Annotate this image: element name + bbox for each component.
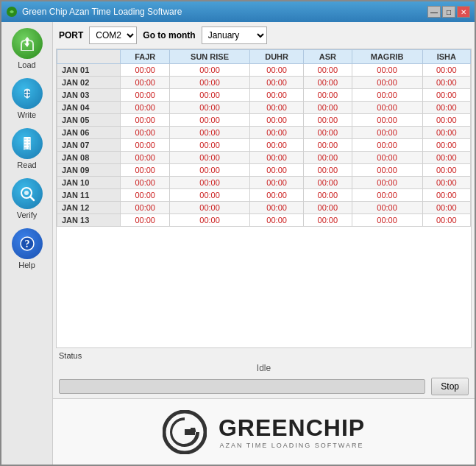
month-select[interactable]: January February March April May June Ju…	[202, 27, 267, 44]
port-select[interactable]: COM2 COM1 COM3 COM4	[89, 27, 137, 44]
table-row: JAN 07 00:00 00:00 00:00 00:00 00:00 00:…	[57, 139, 471, 152]
cell-duhr: 00:00	[250, 77, 304, 89]
goto-month-label: Go to month	[143, 30, 195, 40]
svg-line-4	[30, 197, 34, 200]
cell-asr: 00:00	[304, 89, 352, 102]
table-header-row: FAJR SUN RISE DUHR ASR MAGRIB ISHA	[57, 50, 471, 64]
cell-isha: 00:00	[422, 114, 470, 127]
help-label: Help	[18, 261, 35, 269]
cell-sunrise: 00:00	[169, 202, 249, 214]
cell-duhr: 00:00	[250, 214, 304, 227]
prayer-times-table-container[interactable]: FAJR SUN RISE DUHR ASR MAGRIB ISHA JAN 0…	[56, 49, 472, 348]
main-window: Green Chip Azan Time Loading Software — …	[0, 0, 476, 466]
verify-label: Verify	[17, 211, 38, 219]
cell-isha: 00:00	[422, 214, 470, 227]
cell-day: JAN 06	[57, 127, 121, 139]
minimize-button[interactable]: —	[427, 6, 441, 18]
cell-fajr: 00:00	[121, 89, 169, 102]
col-magrib: MAGRIB	[352, 50, 422, 64]
cell-fajr: 00:00	[121, 164, 169, 177]
cell-day: JAN 08	[57, 152, 121, 164]
table-row: JAN 05 00:00 00:00 00:00 00:00 00:00 00:…	[57, 114, 471, 127]
cell-day: JAN 04	[57, 102, 121, 114]
cell-magrib: 00:00	[352, 152, 422, 164]
cell-asr: 00:00	[304, 189, 352, 202]
cell-isha: 00:00	[422, 89, 470, 102]
sidebar-item-write[interactable]: Write	[4, 75, 50, 122]
load-icon	[12, 28, 43, 59]
table-row: JAN 02 00:00 00:00 00:00 00:00 00:00 00:…	[57, 77, 471, 89]
sidebar-item-read[interactable]: Read	[4, 125, 50, 172]
toolbar: PORT COM2 COM1 COM3 COM4 Go to month Jan…	[53, 22, 475, 49]
cell-isha: 00:00	[422, 177, 470, 189]
app-icon	[6, 6, 18, 18]
cell-magrib: 00:00	[352, 102, 422, 114]
cell-sunrise: 00:00	[169, 64, 249, 77]
footer-logo: GREENCHIP AZAN TIME LOADING SOFTWARE	[53, 398, 475, 465]
sidebar-item-verify[interactable]: Verify	[4, 175, 50, 222]
cell-magrib: 00:00	[352, 89, 422, 102]
cell-asr: 00:00	[304, 214, 352, 227]
read-label: Read	[17, 160, 36, 169]
cell-day: JAN 05	[57, 114, 121, 127]
status-label: Status	[59, 351, 469, 360]
cell-isha: 00:00	[422, 127, 470, 139]
sidebar: Load Write	[1, 22, 53, 465]
cell-sunrise: 00:00	[169, 89, 249, 102]
logo-subtitle-text: AZAN TIME LOADING SOFTWARE	[219, 442, 365, 449]
right-panel: PORT COM2 COM1 COM3 COM4 Go to month Jan…	[53, 22, 475, 465]
cell-duhr: 00:00	[250, 177, 304, 189]
sidebar-item-help[interactable]: ? Help	[4, 225, 50, 272]
svg-text:?: ?	[24, 239, 29, 250]
cell-magrib: 00:00	[352, 164, 422, 177]
write-icon	[12, 78, 43, 109]
progress-bar	[59, 379, 425, 394]
cell-isha: 00:00	[422, 152, 470, 164]
cell-sunrise: 00:00	[169, 164, 249, 177]
svg-rect-8	[185, 429, 195, 435]
cell-duhr: 00:00	[250, 139, 304, 152]
table-row: JAN 08 00:00 00:00 00:00 00:00 00:00 00:…	[57, 152, 471, 164]
cell-day: JAN 02	[57, 77, 121, 89]
cell-sunrise: 00:00	[169, 139, 249, 152]
cell-fajr: 00:00	[121, 177, 169, 189]
logo-greenchip-text: GREENCHIP	[219, 414, 365, 442]
cell-isha: 00:00	[422, 139, 470, 152]
cell-magrib: 00:00	[352, 127, 422, 139]
cell-duhr: 00:00	[250, 164, 304, 177]
cell-sunrise: 00:00	[169, 77, 249, 89]
sidebar-item-load[interactable]: Load	[4, 25, 50, 72]
cell-asr: 00:00	[304, 77, 352, 89]
table-row: JAN 13 00:00 00:00 00:00 00:00 00:00 00:…	[57, 214, 471, 227]
maximize-button[interactable]: □	[442, 6, 455, 18]
cell-duhr: 00:00	[250, 64, 304, 77]
cell-isha: 00:00	[422, 102, 470, 114]
close-button[interactable]: ✕	[457, 6, 470, 18]
cell-asr: 00:00	[304, 139, 352, 152]
cell-fajr: 00:00	[121, 152, 169, 164]
cell-day: JAN 10	[57, 177, 121, 189]
cell-fajr: 00:00	[121, 139, 169, 152]
status-text: Idle	[59, 361, 469, 375]
table-row: JAN 03 00:00 00:00 00:00 00:00 00:00 00:…	[57, 89, 471, 102]
cell-duhr: 00:00	[250, 102, 304, 114]
cell-sunrise: 00:00	[169, 214, 249, 227]
cell-duhr: 00:00	[250, 89, 304, 102]
cell-duhr: 00:00	[250, 114, 304, 127]
title-bar: Green Chip Azan Time Loading Software — …	[1, 1, 475, 22]
cell-asr: 00:00	[304, 64, 352, 77]
cell-magrib: 00:00	[352, 139, 422, 152]
stop-button[interactable]: Stop	[431, 378, 469, 395]
cell-asr: 00:00	[304, 114, 352, 127]
cell-fajr: 00:00	[121, 214, 169, 227]
write-label: Write	[18, 110, 36, 119]
cell-day: JAN 01	[57, 64, 121, 77]
col-sunrise: SUN RISE	[169, 50, 249, 64]
cell-magrib: 00:00	[352, 214, 422, 227]
cell-sunrise: 00:00	[169, 114, 249, 127]
table-body: JAN 01 00:00 00:00 00:00 00:00 00:00 00:…	[57, 64, 471, 227]
cell-fajr: 00:00	[121, 202, 169, 214]
cell-isha: 00:00	[422, 77, 470, 89]
cell-magrib: 00:00	[352, 114, 422, 127]
cell-asr: 00:00	[304, 102, 352, 114]
